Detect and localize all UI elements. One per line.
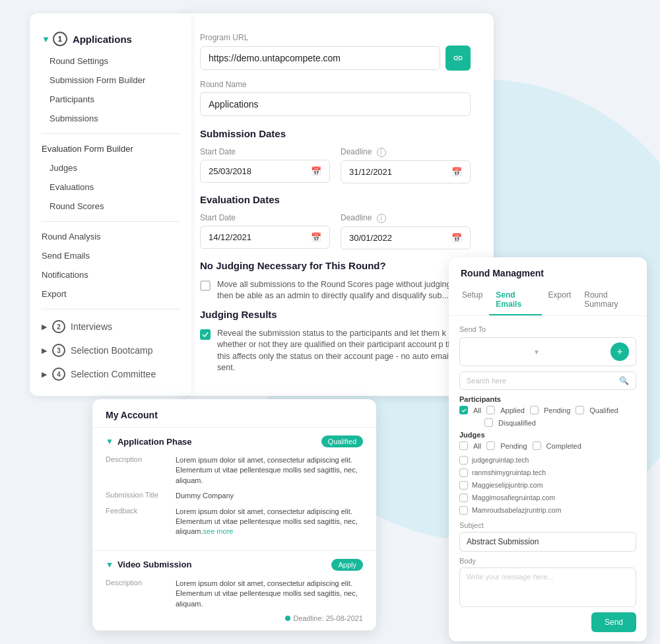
feedback-row: Feedback Lorem ipsum dolor sit amet, con… bbox=[106, 507, 363, 537]
subject-label: Subject bbox=[459, 521, 636, 529]
round-name-input[interactable]: Applications bbox=[200, 92, 471, 116]
divider-1 bbox=[42, 133, 180, 134]
dropdown-arrow-icon: ▼ bbox=[533, 348, 540, 356]
eval-start-input[interactable]: 14/12/2021 📅 bbox=[200, 226, 330, 249]
all-checkbox[interactable] bbox=[459, 406, 468, 414]
sidebar-item-round-settings[interactable]: Round Settings bbox=[30, 51, 191, 71]
sidebar-item-round-scores[interactable]: Round Scores bbox=[30, 197, 191, 216]
sidebar-item-submission-form[interactable]: Submission Form Builder bbox=[30, 71, 191, 90]
eval-deadline-input[interactable]: 30/01/2022 📅 bbox=[341, 226, 471, 249]
sidebar-group-applications[interactable]: ▼ 1 Applications bbox=[30, 26, 191, 51]
my-account-panel: My Account ▼ Application Phase Qualified… bbox=[92, 399, 376, 631]
sub-start-field: Start Date 25/03/2018 📅 bbox=[200, 147, 330, 183]
main-panel: Program URL https://demo.untapcompete.co… bbox=[177, 13, 494, 396]
sidebar-item-judges[interactable]: Judges bbox=[30, 158, 191, 177]
video-phase-title: ▼ Video Submission bbox=[106, 560, 191, 569]
link-icon bbox=[453, 53, 463, 63]
program-url-label: Program URL bbox=[200, 33, 471, 42]
tab-setup[interactable]: Setup bbox=[455, 285, 489, 315]
no-judging-checkbox[interactable] bbox=[200, 280, 211, 291]
eval-start-field: Start Date 14/12/2021 📅 bbox=[200, 213, 330, 249]
submission-title-val: Dummy Company bbox=[176, 491, 363, 501]
sidebar-item-export[interactable]: Export bbox=[30, 284, 191, 304]
calendar-icon-4: 📅 bbox=[451, 233, 462, 243]
sub-deadline-label: Deadline i bbox=[341, 147, 471, 157]
eval-deadline-field: Deadline i 30/01/2022 📅 bbox=[341, 213, 471, 249]
sidebar-item-round-analysis[interactable]: Round Analysis bbox=[30, 227, 191, 246]
body-placeholder: Write your message here... bbox=[467, 573, 554, 581]
judges-pending-checkbox[interactable] bbox=[486, 441, 495, 450]
pending-checkbox[interactable] bbox=[530, 406, 539, 414]
see-more-link[interactable]: see more bbox=[203, 527, 234, 535]
sub-start-input[interactable]: 25/03/2018 📅 bbox=[200, 160, 330, 183]
group-badge-1: 1 bbox=[53, 32, 67, 46]
judges-filter-label: Judges bbox=[459, 431, 636, 439]
sidebar-group-label-applications: Applications bbox=[73, 34, 132, 45]
search-field[interactable]: Search here 🔍 bbox=[459, 371, 636, 390]
sidebar-group-selection-committee[interactable]: ▶ 4 Selection Committee bbox=[30, 362, 191, 386]
apply-badge[interactable]: Apply bbox=[331, 559, 363, 571]
phase-title: ▼ Application Phase bbox=[106, 437, 192, 447]
send-button[interactable]: Send bbox=[591, 612, 636, 632]
checkmark-icon bbox=[202, 332, 209, 337]
body-textarea[interactable]: Write your message here... bbox=[459, 567, 636, 607]
account-title: My Account bbox=[92, 399, 376, 428]
submission-dates-row: Start Date 25/03/2018 📅 Deadline i 31/12… bbox=[200, 147, 471, 183]
video-description-key: Description bbox=[106, 579, 172, 609]
tab-send-emails[interactable]: Send Emails bbox=[489, 285, 541, 315]
tab-round-summary[interactable]: Round Summary bbox=[578, 285, 640, 315]
chevron-down-icon-2: ▼ bbox=[106, 560, 114, 569]
sub-deadline-input[interactable]: 31/12/2021 📅 bbox=[341, 160, 471, 183]
sidebar-item-send-emails[interactable]: Send Emails bbox=[30, 246, 191, 265]
description-val: Lorem ipsum dolor sit amet, consectetur … bbox=[176, 455, 363, 486]
judges-filter-row: All Pending Completed bbox=[459, 441, 636, 450]
tab-export[interactable]: Export bbox=[542, 285, 578, 315]
program-url-input[interactable]: https://demo.untapcompete.com bbox=[200, 46, 440, 70]
sidebar: ▼ 1 Applications Round Settings Submissi… bbox=[30, 13, 191, 396]
url-row: https://demo.untapcompete.com bbox=[200, 46, 471, 71]
no-judging-title: No Judging Necessary for This Round? bbox=[200, 260, 471, 271]
group-badge-4: 4 bbox=[52, 368, 65, 381]
description-key: Description bbox=[106, 455, 172, 486]
judging-results-checkbox[interactable] bbox=[200, 329, 211, 340]
sidebar-group-selection-bootcamp[interactable]: ▶ 3 Selection Bootcamp bbox=[30, 338, 191, 362]
email-row-3: Maggieselipjuntrip.com bbox=[459, 479, 636, 492]
subject-input[interactable]: Abstract Submission bbox=[459, 532, 636, 552]
participants-filter-row2: Disqualified bbox=[459, 418, 636, 427]
email-row-2: ranmshimygruintap.tech bbox=[459, 467, 636, 479]
video-phase-header: ▼ Video Submission Apply bbox=[106, 559, 363, 571]
send-to-dropdown[interactable]: ▼ bbox=[459, 337, 636, 366]
judging-results-row: Reveal the submission status to the part… bbox=[200, 328, 471, 374]
send-to-label: Send To bbox=[459, 325, 636, 333]
email-row-1: judgegruintap.tech bbox=[459, 454, 636, 467]
disqualified-checkbox[interactable] bbox=[484, 418, 493, 427]
sidebar-item-notifications[interactable]: Notifications bbox=[30, 265, 191, 284]
add-recipient-button[interactable] bbox=[610, 342, 629, 361]
round-mgmt-title: Round Managment bbox=[449, 257, 647, 285]
submission-title-key: Submission Title bbox=[106, 491, 172, 501]
chevron-down-icon: ▼ bbox=[106, 437, 114, 446]
judges-completed-checkbox[interactable] bbox=[533, 441, 541, 450]
no-judging-row: Move all submissions to the Round Scores… bbox=[200, 279, 471, 302]
qualified-checkbox[interactable] bbox=[576, 406, 584, 414]
url-copy-button[interactable] bbox=[446, 46, 471, 71]
divider-2 bbox=[42, 221, 180, 222]
calendar-icon: 📅 bbox=[311, 166, 321, 176]
sidebar-item-evaluations[interactable]: Evaluations bbox=[30, 177, 191, 197]
sub-deadline-field: Deadline i 31/12/2021 📅 bbox=[341, 147, 471, 183]
sidebar-item-eval-form[interactable]: Evaluation Form Builder bbox=[30, 139, 191, 158]
sidebar-item-submissions[interactable]: Submissions bbox=[30, 109, 191, 128]
evaluation-dates-row: Start Date 14/12/2021 📅 Deadline i 30/01… bbox=[200, 213, 471, 249]
judges-all-checkbox[interactable] bbox=[459, 441, 468, 450]
application-phase-section: ▼ Application Phase Qualified Descriptio… bbox=[92, 428, 376, 551]
sidebar-group-interviews[interactable]: ▶ 2 Interviews bbox=[30, 315, 191, 338]
feedback-val: Lorem ipsum dolor sit amet, consectetur … bbox=[176, 507, 363, 537]
round-management-panel: Round Managment Setup Send Emails Export… bbox=[449, 257, 647, 641]
evaluation-dates-title: Evaluation Dates bbox=[200, 194, 471, 205]
eval-start-label: Start Date bbox=[200, 213, 330, 222]
round-mgmt-body: Send To ▼ Search here 🔍 Participants All… bbox=[449, 316, 647, 622]
email-list: judgegruintap.tech ranmshimygruintap.tec… bbox=[459, 454, 636, 516]
applied-checkbox[interactable] bbox=[486, 406, 495, 414]
sidebar-item-participants[interactable]: Participants bbox=[30, 90, 191, 109]
submission-title-row: Submission Title Dummy Company bbox=[106, 491, 363, 501]
